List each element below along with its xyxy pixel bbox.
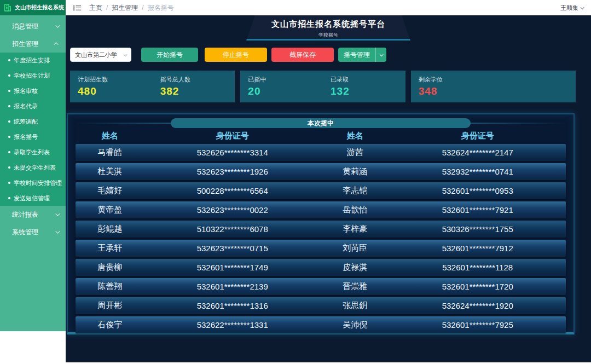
student-id: 532601********1720 <box>389 282 566 291</box>
start-lottery-button[interactable]: 开始摇号 <box>141 48 198 62</box>
results-table-panel: 本次摇中 姓名 身份证号 姓名 身份证号 马睿皓 532626********3… <box>67 113 575 334</box>
lottery-manage-dropdown[interactable] <box>375 48 386 62</box>
bullet-icon <box>8 151 10 153</box>
student-name: 王承轩 <box>76 243 144 253</box>
user-menu[interactable]: 王顺集 <box>560 4 583 12</box>
sidebar: 文山市招生报名系统 消息管理 招生管理 年度招生安排 <box>0 0 66 364</box>
group-label: 消息管理 <box>12 22 38 31</box>
chevron-up-icon <box>54 42 58 47</box>
student-name: 马睿皓 <box>76 147 144 158</box>
student-id: 532601********1316 <box>144 301 321 310</box>
stat-remaining: 剩余学位 348 <box>411 71 576 102</box>
submenu-item-label: 未提交学生列表 <box>14 164 56 172</box>
student-name: 周开彬 <box>76 301 144 311</box>
submenu-item-label: 报名摇号 <box>14 133 38 141</box>
screenshot-save-button[interactable]: 截屏保存 <box>271 48 334 62</box>
stat-label: 剩余学位 <box>419 76 576 84</box>
sidebar-submenu-item[interactable]: 学校招生计划 <box>0 68 66 83</box>
student-id: 532601********2139 <box>144 282 321 291</box>
platform-banner: 文山市招生报名系统摇号平台 学校摇号 <box>246 15 410 41</box>
sidebar-submenu-item[interactable]: 未提交学生列表 <box>0 160 66 175</box>
col-header-name: 姓名 <box>321 131 389 141</box>
table-row: 杜美淇 532623********1926 黄莉涵 532932*******… <box>76 163 566 180</box>
stat-card-plan: 计划招生数 480 摇号总人数 382 <box>70 71 235 102</box>
submenu-item-label: 年度招生安排 <box>14 56 50 65</box>
table-row: 唐贵柳 532601********1749 皮禄淇 532601*******… <box>76 259 566 276</box>
stat-total: 摇号总人数 382 <box>153 71 235 102</box>
sidebar-submenu-item[interactable]: 发送短信管理 <box>0 190 66 206</box>
stat-value: 348 <box>419 85 576 97</box>
student-name: 张思鈅 <box>321 301 389 311</box>
table-row: 毛婧好 500228********6564 李志铠 532601*******… <box>76 182 566 199</box>
bullet-icon <box>8 74 10 77</box>
stats-row: 计划招生数 480 摇号总人数 382 已摇中 20 已录取 1 <box>70 71 576 102</box>
sidebar-submenu-item[interactable]: 学校时间安排管理 <box>0 175 66 190</box>
col-header-id: 身份证号 <box>144 131 321 141</box>
topbar: 主页 / 招生管理 / 报名摇号 王顺集 <box>66 0 591 15</box>
student-name: 游茜 <box>321 147 389 158</box>
student-id: 532623********0715 <box>144 244 321 253</box>
submenu-item-label: 统筹调配 <box>14 118 38 126</box>
student-name: 石俊宇 <box>76 320 144 330</box>
breadcrumb-admissions[interactable]: 招生管理 <box>112 3 138 13</box>
student-id: 532601********1749 <box>144 263 321 272</box>
breadcrumb-separator: / <box>142 4 143 11</box>
group-label: 统计报表 <box>12 210 38 219</box>
sidebar-submenu-item[interactable]: 报名审核 <box>0 83 66 99</box>
group-label: 系统管理 <box>12 228 38 237</box>
sidebar-submenu-item[interactable]: 报名代录 <box>0 99 66 114</box>
lottery-manage-button[interactable]: 摇号管理 <box>338 48 386 62</box>
sidebar-group-admissions[interactable]: 招生管理 <box>0 35 66 53</box>
group-label: 招生管理 <box>12 39 38 49</box>
col-header-id: 身份证号 <box>389 131 566 141</box>
sidebar-submenu-item[interactable]: 年度招生安排 <box>0 53 66 68</box>
student-name: 刘芮臣 <box>321 243 389 253</box>
school-select[interactable]: 文山市第二小学 <box>70 48 131 62</box>
student-name: 黄莉涵 <box>321 166 389 177</box>
student-id: 532601********1128 <box>389 263 566 272</box>
student-id: 500228********6564 <box>144 186 321 195</box>
sidebar-group-system[interactable]: 系统管理 <box>0 223 66 241</box>
submenu-item-label: 录取学生列表 <box>14 148 50 157</box>
sidebar-menu: 消息管理 招生管理 年度招生安排 学校招生计划 <box>0 15 66 331</box>
sidebar-group-reports[interactable]: 统计报表 <box>0 206 66 223</box>
student-name: 黄帝盈 <box>76 205 144 215</box>
stat-value: 382 <box>160 85 235 97</box>
chevron-down-icon <box>55 211 60 216</box>
stat-drawn: 已摇中 20 <box>240 71 323 102</box>
stop-lottery-button[interactable]: 停止摇号 <box>205 48 267 62</box>
student-name: 唐贵柳 <box>76 262 144 273</box>
table-row: 王承轩 532623********0715 刘芮臣 532601*******… <box>76 240 566 257</box>
building-icon <box>3 3 12 12</box>
stat-label: 摇号总人数 <box>160 76 235 84</box>
collapse-sidebar-icon[interactable] <box>73 4 82 11</box>
chevron-down-icon <box>581 5 584 9</box>
table-title-badge: 本次摇中 <box>171 118 471 128</box>
sidebar-submenu-item[interactable]: 报名摇号 <box>0 129 66 145</box>
bullet-icon <box>8 90 10 92</box>
student-name: 李梓豪 <box>321 224 389 234</box>
sidebar-submenu-item[interactable]: 录取学生列表 <box>0 145 66 160</box>
student-id: 532623********0022 <box>144 205 321 215</box>
breadcrumb-home[interactable]: 主页 <box>89 3 102 13</box>
table-row: 彭鲲越 510322********6078 李梓豪 530326*******… <box>76 221 566 238</box>
user-name: 王顺集 <box>560 4 578 12</box>
submenu-item-label: 学校时间安排管理 <box>14 179 62 187</box>
sidebar-submenu-item[interactable]: 统筹调配 <box>0 114 66 129</box>
sidebar-group-messages[interactable]: 消息管理 <box>0 18 66 35</box>
submenu-item-label: 报名审核 <box>14 87 38 95</box>
bullet-icon <box>8 197 10 199</box>
student-id: 530326********1755 <box>389 224 566 234</box>
student-id: 532626********3314 <box>144 148 321 157</box>
bullet-icon <box>8 136 10 138</box>
chevron-down-icon <box>55 23 60 27</box>
table-header: 姓名 身份证号 姓名 身份证号 <box>76 128 566 144</box>
chevron-down-icon <box>380 53 384 56</box>
student-id: 532624********2147 <box>389 148 566 157</box>
stat-card-progress: 已摇中 20 已录取 132 <box>240 71 405 102</box>
stat-label: 已录取 <box>331 76 405 84</box>
submenu-item-label: 学校招生计划 <box>14 72 50 80</box>
submenu-item-label: 发送短信管理 <box>14 194 50 203</box>
breadcrumb-current: 报名摇号 <box>148 3 174 13</box>
student-name: 李志铠 <box>321 186 389 196</box>
